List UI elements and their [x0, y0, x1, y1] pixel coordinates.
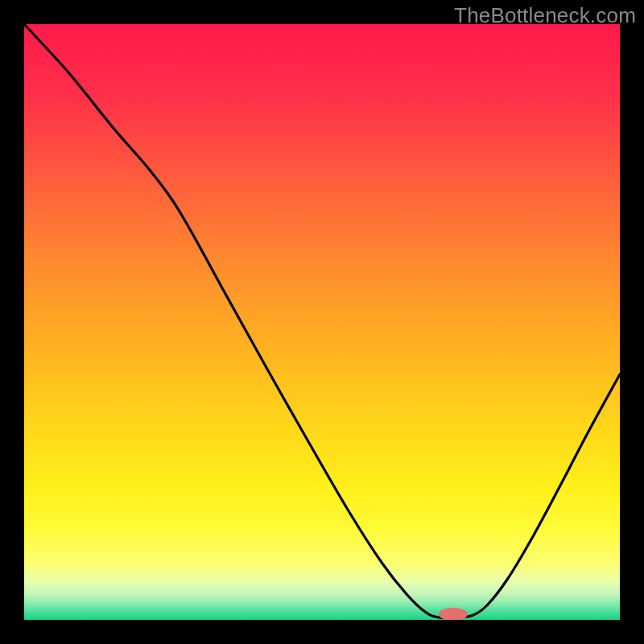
chart-canvas	[24, 24, 620, 620]
chart-frame: TheBottleneck.com	[0, 0, 644, 644]
gradient-background	[24, 24, 620, 620]
plot-area	[24, 24, 620, 620]
watermark-text: TheBottleneck.com	[454, 3, 636, 28]
